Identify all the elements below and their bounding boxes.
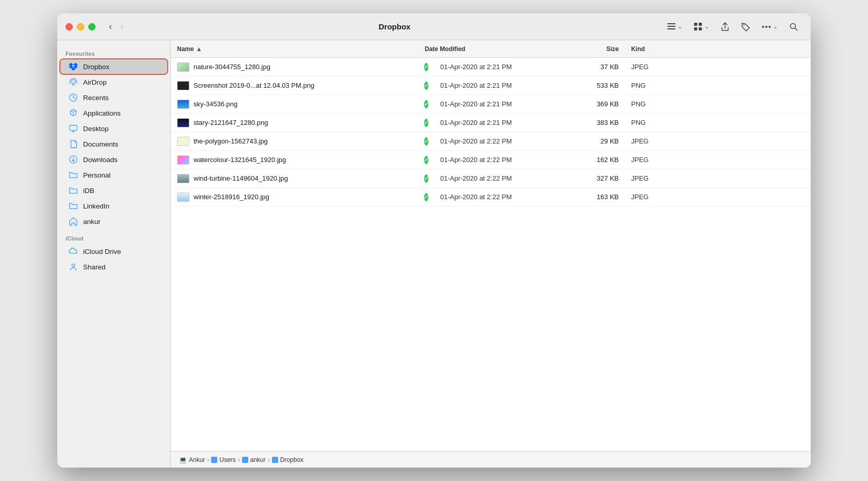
file-status-cell	[419, 100, 434, 108]
sidebar-item-personal[interactable]: Personal	[60, 168, 167, 182]
svg-rect-1	[667, 26, 676, 27]
share-icon	[720, 22, 730, 31]
sidebar-item-linkedin[interactable]: LinkedIn	[60, 199, 167, 213]
airdrop-icon	[69, 77, 78, 87]
tag-button[interactable]	[737, 20, 754, 34]
dropbox-logo-icon	[69, 62, 78, 71]
grid-view-button[interactable]: ⌄	[689, 20, 713, 34]
users-folder-icon	[211, 457, 217, 463]
file-size-cell: 383 KB	[563, 119, 625, 126]
list-view-button[interactable]: ⌄	[663, 20, 686, 34]
personal-folder-icon	[69, 170, 78, 180]
file-size-cell: 369 KB	[563, 100, 625, 108]
navigation-buttons: ‹ ›	[106, 19, 126, 34]
breadcrumb-dropbox[interactable]: Dropbox	[272, 456, 303, 463]
svg-point-23	[72, 264, 74, 267]
file-kind-cell: JPEG	[625, 63, 811, 71]
search-button[interactable]	[785, 20, 802, 34]
breadcrumb-ankur-folder[interactable]: ankur	[242, 456, 266, 463]
sidebar: Favourites Dropbox	[57, 40, 171, 468]
table-row[interactable]: the-polygon-1562743.jpg 01-Apr-2020 at 2…	[171, 132, 811, 151]
ankur-icon	[69, 217, 78, 226]
documents-icon	[69, 139, 78, 149]
size-column-header[interactable]: Size	[563, 45, 625, 53]
sidebar-item-recents[interactable]: Recents	[60, 90, 167, 105]
svg-line-9	[795, 28, 798, 30]
file-thumbnail	[177, 137, 189, 146]
shared-logo-icon	[69, 262, 78, 271]
breadcrumb-sep-3: ›	[268, 456, 270, 463]
file-date-cell: 01-Apr-2020 at 2:22 PM	[434, 174, 563, 182]
sidebar-item-idb[interactable]: iDB	[60, 183, 167, 198]
file-name-label: stary-2121647_1280.png	[194, 119, 268, 126]
file-thumbnail	[177, 174, 189, 183]
shared-icon	[69, 262, 78, 271]
personal-icon	[69, 170, 78, 180]
sync-status-icon	[424, 119, 428, 127]
file-size-cell: 163 KB	[563, 193, 625, 201]
maximize-button[interactable]	[88, 23, 95, 30]
file-name-cell: wind-turbine-1149604_1920.jpg	[171, 174, 419, 183]
file-name-label: wind-turbine-1149604_1920.jpg	[194, 174, 288, 182]
sidebar-item-applications[interactable]: Applications	[60, 106, 167, 120]
sync-status-icon	[424, 193, 428, 201]
minimize-button[interactable]	[77, 23, 84, 30]
file-thumbnail	[177, 81, 189, 90]
table-row[interactable]: watercolour-1321645_1920.jpg 01-Apr-2020…	[171, 151, 811, 169]
file-kind-cell: JPEG	[625, 174, 811, 182]
sidebar-item-ankur[interactable]: ankur	[60, 214, 167, 229]
file-list: nature-3044755_1280.jpg 01-Apr-2020 at 2…	[171, 58, 811, 451]
downloads-logo-icon	[69, 155, 78, 164]
name-column-header[interactable]: Name ▲	[171, 45, 419, 53]
table-row[interactable]: winter-2518916_1920.jpg 01-Apr-2020 at 2…	[171, 188, 811, 206]
back-button[interactable]: ‹	[106, 19, 115, 34]
table-row[interactable]: Screenshot 2019-0...at 12.04.03 PM.png 0…	[171, 76, 811, 95]
sidebar-item-shared[interactable]: Shared	[60, 260, 167, 274]
sort-arrow: ▲	[196, 45, 202, 53]
breadcrumb-ankur[interactable]: 💻 Ankur	[179, 456, 205, 463]
main-body: Favourites Dropbox	[57, 40, 811, 468]
sidebar-item-airdrop[interactable]: AirDrop	[60, 75, 167, 89]
sidebar-item-documents[interactable]: Documents	[60, 137, 167, 151]
sidebar-item-dropbox[interactable]: Dropbox	[60, 59, 167, 74]
file-date-cell: 01-Apr-2020 at 2:21 PM	[434, 63, 563, 71]
file-status-cell	[419, 63, 434, 71]
sidebar-item-desktop[interactable]: Desktop	[60, 121, 167, 136]
table-row[interactable]: stary-2121647_1280.png 01-Apr-2020 at 2:…	[171, 114, 811, 132]
traffic-lights	[66, 23, 95, 30]
table-row[interactable]: sky-34536.png 01-Apr-2020 at 2:21 PM 369…	[171, 95, 811, 114]
file-status-cell	[419, 193, 434, 201]
idb-icon	[69, 186, 78, 195]
share-button[interactable]	[716, 20, 734, 34]
breadcrumb-users[interactable]: Users	[211, 456, 235, 463]
forward-button[interactable]: ›	[117, 19, 126, 34]
applications-icon	[69, 108, 78, 118]
file-date-cell: 01-Apr-2020 at 2:21 PM	[434, 82, 563, 89]
sidebar-item-icloud-drive[interactable]: iCloud Drive	[60, 244, 167, 259]
svg-point-15	[72, 83, 75, 85]
file-thumbnail	[177, 100, 189, 109]
sidebar-item-downloads[interactable]: Downloads	[60, 152, 167, 167]
downloads-icon	[69, 155, 78, 164]
dropbox-icon	[69, 62, 78, 71]
file-name-label: the-polygon-1562743.jpg	[194, 137, 268, 145]
kind-column-header[interactable]: Kind	[625, 45, 811, 53]
sidebar-linkedin-label: LinkedIn	[83, 202, 109, 210]
close-button[interactable]	[66, 23, 73, 30]
column-headers: Name ▲ Date Modified Size Kind	[171, 40, 811, 58]
more-button[interactable]: ••• ⌄	[758, 20, 782, 34]
breadcrumb-sep-2: ›	[238, 456, 240, 463]
file-size-cell: 37 KB	[563, 63, 625, 71]
file-name-cell: the-polygon-1562743.jpg	[171, 137, 419, 146]
sidebar-downloads-label: Downloads	[83, 156, 118, 164]
table-row[interactable]: nature-3044755_1280.jpg 01-Apr-2020 at 2…	[171, 58, 811, 76]
file-date-cell: 01-Apr-2020 at 2:21 PM	[434, 100, 563, 108]
favourites-section-label: Favourites	[57, 44, 170, 59]
sync-status-icon	[424, 63, 428, 71]
file-name-label: watercolour-1321645_1920.jpg	[194, 156, 286, 164]
date-column-header[interactable]: Date Modified	[419, 45, 563, 53]
documents-logo-icon	[69, 139, 78, 149]
recents-icon	[69, 93, 78, 102]
icloud-section-label: iCloud	[57, 229, 170, 244]
table-row[interactable]: wind-turbine-1149604_1920.jpg 01-Apr-202…	[171, 169, 811, 188]
